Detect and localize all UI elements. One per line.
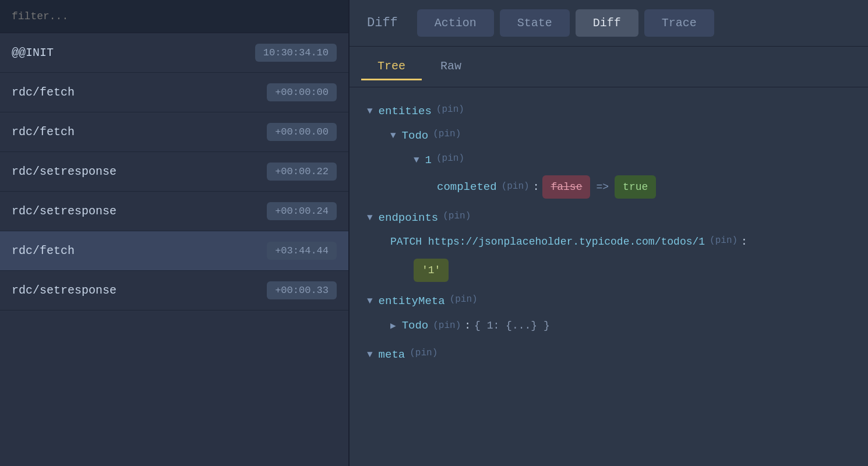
value-false: false xyxy=(542,175,590,199)
tree-row-entitymeta: ▼ entityMeta (pin) xyxy=(367,289,851,313)
tree-row-endpoint-value: '1' xyxy=(414,256,851,284)
action-item[interactable]: @@INIT10:30:34.10 xyxy=(0,33,348,73)
action-item[interactable]: rdc/fetch+00:00.00 xyxy=(0,112,348,152)
endpoints-pin: (pin) xyxy=(443,208,471,225)
action-name: rdc/fetch xyxy=(12,244,75,257)
tree-row-meta: ▼ meta (pin) xyxy=(367,343,851,367)
endpoint-value: '1' xyxy=(414,259,449,282)
entitymeta-pin: (pin) xyxy=(450,291,478,308)
todo-pin: (pin) xyxy=(433,126,461,143)
action-item[interactable]: rdc/fetch+03:44.44 xyxy=(0,231,348,271)
arrow-right-icon: ▶ xyxy=(390,318,396,335)
colon-completed: : xyxy=(533,178,539,196)
action-name: @@INIT xyxy=(12,46,54,59)
right-panel: Diff ActionStateDiffTrace TreeRaw ▼ enti… xyxy=(350,0,868,466)
one-key: 1 xyxy=(425,150,432,170)
completed-pin: (pin) xyxy=(502,178,530,195)
todo-key: Todo xyxy=(402,126,429,146)
action-time: +00:00.22 xyxy=(267,163,337,181)
sec-tab-tree[interactable]: Tree xyxy=(361,54,422,80)
arrow-down-icon-4: ▼ xyxy=(367,210,373,227)
action-item[interactable]: rdc/setresponse+00:00.33 xyxy=(0,271,348,310)
action-list: @@INIT10:30:34.10rdc/fetch+00:00:00rdc/f… xyxy=(0,33,348,466)
completed-key: completed xyxy=(437,177,497,197)
arrow-down-icon-5: ▼ xyxy=(367,293,373,310)
value-true: true xyxy=(615,175,656,199)
tab-trace[interactable]: Trace xyxy=(644,9,714,37)
action-time: 10:30:34.10 xyxy=(255,44,337,62)
diff-label: Diff xyxy=(361,16,415,30)
top-tabs-bar: Diff ActionStateDiffTrace xyxy=(350,0,868,47)
action-item[interactable]: rdc/setresponse+00:00.24 xyxy=(0,192,348,231)
action-time: +00:00.00 xyxy=(267,123,337,141)
endpoints-key: endpoints xyxy=(379,208,439,228)
tab-action[interactable]: Action xyxy=(417,9,494,37)
secondary-tabs-bar: TreeRaw xyxy=(350,47,868,87)
entities-pin: (pin) xyxy=(436,101,464,118)
action-item[interactable]: rdc/fetch+00:00:00 xyxy=(0,73,348,112)
entities-key: entities xyxy=(379,101,432,121)
endpoint-url: PATCH https://jsonplaceholder.typicode.c… xyxy=(390,232,705,251)
tree-row-endpoint-url: PATCH https://jsonplaceholder.typicode.c… xyxy=(390,230,851,253)
action-name: rdc/setresponse xyxy=(12,204,117,218)
tab-state[interactable]: State xyxy=(500,9,570,37)
arrow-down-icon-2: ▼ xyxy=(390,128,396,144)
one-pin: (pin) xyxy=(436,150,464,167)
tree-content: ▼ entities (pin) ▼ Todo (pin) ▼ 1 (pin) … xyxy=(350,87,868,466)
tab-diff[interactable]: Diff xyxy=(576,9,638,37)
meta-key: meta xyxy=(379,345,405,365)
arrow-down-icon: ▼ xyxy=(367,103,373,120)
action-time: +00:00:00 xyxy=(267,83,337,101)
action-name: rdc/fetch xyxy=(12,86,75,99)
action-time: +00:00.24 xyxy=(267,202,337,220)
entitymeta-colon: : xyxy=(464,316,471,335)
action-item[interactable]: rdc/setresponse+00:00.22 xyxy=(0,152,348,192)
entitymeta-key: entityMeta xyxy=(379,291,445,311)
action-name: rdc/fetch xyxy=(12,125,75,139)
action-time: +00:00.33 xyxy=(267,281,337,299)
entitymeta-todo-pin: (pin) xyxy=(433,317,461,334)
entitymeta-todo-key: Todo xyxy=(402,316,429,336)
action-time: +03:44.44 xyxy=(267,242,337,260)
left-panel: @@INIT10:30:34.10rdc/fetch+00:00:00rdc/f… xyxy=(0,0,350,466)
meta-pin: (pin) xyxy=(410,345,437,362)
tree-row-1: ▼ 1 (pin) xyxy=(414,148,851,172)
tree-row-todo: ▼ Todo (pin) xyxy=(390,123,851,148)
filter-input[interactable] xyxy=(0,0,348,33)
action-name: rdc/setresponse xyxy=(12,165,117,178)
arrow-down-icon-6: ▼ xyxy=(367,347,373,363)
entitymeta-todo-value: { 1: {...} } xyxy=(474,316,550,335)
tree-row-completed: completed (pin) : false => true xyxy=(437,173,851,201)
tree-row-entities: ▼ entities (pin) xyxy=(367,99,851,123)
tree-row-entitymeta-todo: ▶ Todo (pin) : { 1: {...} } xyxy=(390,313,851,338)
endpoint-colon: : xyxy=(741,232,747,251)
action-name: rdc/setresponse xyxy=(12,284,117,297)
arrow-fat: => xyxy=(596,178,609,196)
tree-row-endpoints: ▼ endpoints (pin) xyxy=(367,206,851,230)
sec-tab-raw[interactable]: Raw xyxy=(424,54,478,80)
arrow-down-icon-3: ▼ xyxy=(414,152,419,169)
endpoint-url-pin: (pin) xyxy=(710,232,738,249)
